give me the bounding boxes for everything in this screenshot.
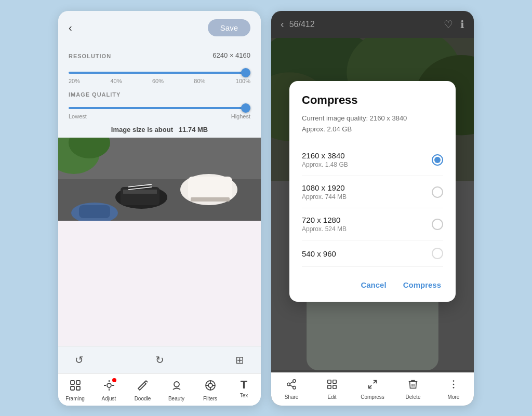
svg-rect-6 — [191, 197, 230, 202]
share-label: Share — [285, 394, 299, 400]
current-info-line1: Current image quality: 2160 x 3840 — [302, 114, 407, 122]
undo-button[interactable]: ↺ — [71, 352, 88, 368]
quality-slider-container — [69, 102, 250, 111]
tab-adjust[interactable]: Adjust — [92, 379, 126, 401]
compress-label: Compress — [361, 394, 384, 400]
option-2160x3840[interactable]: 2160 x 3840 Approx. 1.48 GB — [302, 144, 443, 176]
cancel-button[interactable]: Cancel — [358, 276, 388, 293]
tab-doodle[interactable]: Doodle — [126, 379, 159, 401]
left-bottom-tabs: Framing Adjust — [58, 373, 261, 406]
adjust-label: Adjust — [102, 396, 116, 401]
radio-1[interactable] — [432, 154, 443, 166]
right-tab-share[interactable]: Share — [271, 379, 312, 400]
resolution-value: 6240 × 4160 — [212, 51, 250, 59]
save-button[interactable]: Save — [208, 19, 250, 36]
left-header: ‹ Save — [58, 11, 261, 45]
svg-rect-13 — [79, 205, 110, 218]
tab-framing[interactable]: Framing — [58, 379, 92, 401]
svg-rect-9 — [123, 190, 157, 194]
back-button[interactable]: ‹ — [69, 22, 72, 34]
svg-line-44 — [290, 381, 293, 383]
radio-3[interactable] — [432, 219, 443, 230]
quality-slider-labels: Lowest Highest — [69, 113, 250, 119]
option-540x960[interactable]: 540 x 960 — [302, 240, 443, 267]
option-size-2: Approx. 744 MB — [302, 193, 347, 200]
svg-point-40 — [293, 379, 296, 382]
option-res-1: 2160 x 3840 — [302, 151, 348, 160]
image-size-value: 11.74 MB — [179, 126, 208, 133]
tab-text[interactable]: T Tex — [227, 379, 261, 401]
svg-point-42 — [293, 386, 296, 389]
resolution-slider-labels: 20% 40% 60% 80% 100% — [69, 78, 250, 84]
svg-point-27 — [208, 383, 212, 387]
quality-slider[interactable] — [69, 107, 250, 109]
option-text-1: 2160 x 3840 Approx. 1.48 GB — [302, 151, 348, 168]
delete-icon — [407, 379, 419, 393]
current-info-line2: Approx. 2.04 GB — [302, 125, 352, 133]
quality-label-highest: Highest — [231, 113, 250, 119]
compress-icon — [367, 379, 378, 393]
tab-beauty[interactable]: Beauty — [159, 379, 193, 401]
resolution-slider-container — [69, 66, 250, 76]
framing-icon — [69, 379, 82, 394]
resolution-row: RESOLUTION 6240 × 4160 — [69, 50, 250, 63]
svg-point-52 — [453, 383, 455, 385]
edit-toolbar: ↺ ↻ ⊞ — [58, 346, 261, 373]
right-tab-compress[interactable]: Compress — [352, 379, 393, 400]
res-label-100: 100% — [236, 78, 250, 84]
svg-line-49 — [374, 380, 377, 383]
svg-rect-45 — [328, 380, 331, 383]
svg-rect-5 — [188, 177, 232, 200]
res-label-20: 20% — [69, 78, 80, 84]
option-text-3: 720 x 1280 Approx. 524 MB — [302, 216, 347, 233]
filters-icon — [204, 379, 217, 394]
quality-label-lowest: Lowest — [69, 113, 87, 119]
dialog-overlay: Compress Current image quality: 2160 x 3… — [271, 11, 474, 372]
option-text-2: 1080 x 1920 Approx. 744 MB — [302, 183, 347, 200]
more-label: More — [448, 394, 460, 400]
text-label: Tex — [240, 393, 248, 398]
radio-4[interactable] — [432, 248, 443, 259]
option-1080x1920[interactable]: 1080 x 1920 Approx. 744 MB — [302, 176, 443, 208]
framing-label: Framing — [65, 396, 85, 401]
res-label-80: 80% — [194, 78, 205, 84]
tab-filters[interactable]: Filters — [193, 379, 227, 401]
right-bottom-bar: Share Edit — [271, 372, 474, 406]
res-label-40: 40% — [110, 78, 122, 84]
share-icon — [286, 379, 297, 393]
right-tab-more[interactable]: More — [433, 379, 474, 400]
right-tab-delete[interactable]: Delete — [393, 379, 433, 400]
radio-2[interactable] — [432, 186, 443, 198]
svg-line-50 — [369, 385, 372, 388]
resolution-label: RESOLUTION — [69, 53, 111, 59]
settings-area: RESOLUTION 6240 × 4160 20% 40% 60% 80% 1… — [58, 45, 261, 138]
svg-line-43 — [290, 385, 293, 387]
option-res-3: 720 x 1280 — [302, 216, 347, 224]
option-text-4: 540 x 960 — [302, 249, 336, 258]
svg-rect-47 — [328, 385, 331, 388]
doodle-icon — [137, 379, 149, 394]
svg-rect-15 — [76, 381, 80, 384]
app-container: ‹ Save RESOLUTION 6240 × 4160 20% 40% 60… — [0, 0, 532, 416]
dialog-title: Compress — [302, 93, 443, 107]
more-icon — [448, 379, 459, 393]
option-res-4: 540 x 960 — [302, 249, 336, 258]
image-size-text: Image size is about 11.74 MB — [69, 126, 250, 133]
option-size-1: Approx. 1.48 GB — [302, 161, 348, 168]
left-panel: ‹ Save RESOLUTION 6240 × 4160 20% 40% 60… — [58, 11, 261, 406]
option-size-3: Approx. 524 MB — [302, 225, 347, 233]
blank-area — [58, 221, 261, 346]
grid-button[interactable]: ⊞ — [231, 352, 248, 368]
resolution-slider[interactable] — [69, 72, 250, 74]
right-tab-edit[interactable]: Edit — [312, 379, 352, 400]
edit-icon — [326, 379, 338, 393]
res-label-60: 60% — [152, 78, 164, 84]
compress-button[interactable]: Compress — [401, 276, 443, 293]
adjust-dot — [112, 378, 116, 382]
filters-label: Filters — [203, 396, 217, 401]
redo-button[interactable]: ↻ — [151, 352, 168, 368]
option-720x1280[interactable]: 720 x 1280 Approx. 524 MB — [302, 208, 443, 240]
right-panel: ‹ 56/412 ♡ ℹ — [271, 11, 474, 406]
option-res-2: 1080 x 1920 — [302, 183, 347, 192]
svg-rect-17 — [76, 386, 80, 390]
